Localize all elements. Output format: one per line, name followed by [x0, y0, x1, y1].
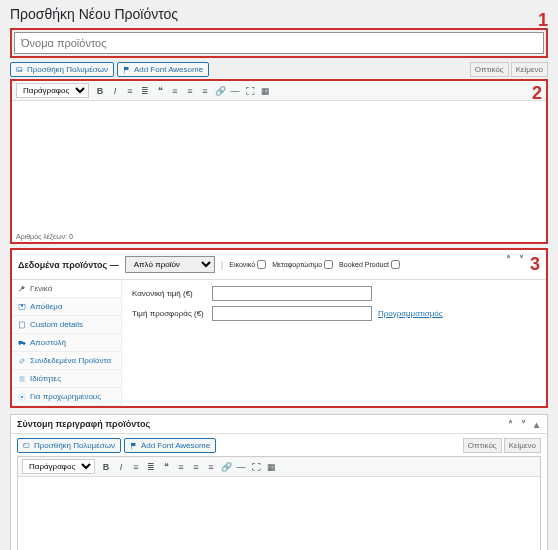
align-center-icon[interactable]: ≡ — [189, 460, 203, 474]
toolbar-toggle-icon[interactable]: ▦ — [264, 460, 278, 474]
svg-point-5 — [23, 343, 25, 345]
sale-price-label: Τιμή προσφοράς (€) — [132, 309, 212, 318]
regular-price-label: Κανονική τιμή (€) — [132, 289, 212, 298]
add-font-label: Add Font Awesome — [134, 65, 203, 74]
caret-down-icon[interactable]: ˅ — [518, 419, 528, 429]
pd-tab-advanced[interactable]: Για προχωρημένους — [12, 388, 121, 406]
italic-icon[interactable]: I — [108, 84, 122, 98]
marker-1: 1 — [538, 10, 548, 31]
svg-rect-7 — [24, 443, 30, 447]
pd-tab-attributes[interactable]: Ιδιότητες — [12, 370, 121, 388]
product-data-label: Δεδομένα προϊόντος — — [18, 260, 119, 270]
marker-3: 3 — [530, 254, 540, 275]
product-type-select[interactable]: Απλό προϊόν — [125, 256, 215, 273]
link-icon[interactable]: 🔗 — [219, 460, 233, 474]
toolbar-toggle-icon[interactable]: ▦ — [258, 84, 272, 98]
svg-rect-3 — [20, 322, 25, 328]
word-count: Αριθμός λέξεων: 0 — [12, 231, 546, 242]
gear-icon — [18, 393, 26, 401]
tab-text-2[interactable]: Κείμενο — [504, 438, 541, 453]
more-icon[interactable]: — — [234, 460, 248, 474]
wrench-icon — [18, 285, 26, 293]
marker-2: 2 — [532, 83, 542, 104]
align-right-icon[interactable]: ≡ — [198, 84, 212, 98]
bold-icon[interactable]: B — [93, 84, 107, 98]
list-icon — [18, 375, 26, 383]
media-icon — [16, 66, 24, 74]
editor-content[interactable] — [12, 101, 546, 231]
svg-point-4 — [19, 343, 21, 345]
tab-visual[interactable]: Οπτικός — [470, 62, 509, 77]
toggle-icon[interactable]: ▴ — [531, 419, 541, 429]
ul-icon[interactable]: ≡ — [129, 460, 143, 474]
media-icon — [23, 442, 31, 450]
align-right-icon[interactable]: ≡ — [204, 460, 218, 474]
inventory-icon — [18, 303, 26, 311]
link-icon[interactable]: 🔗 — [213, 84, 227, 98]
tab-text[interactable]: Κείμενο — [511, 62, 548, 77]
svg-point-1 — [18, 68, 19, 69]
flag-icon — [123, 66, 131, 74]
fullscreen-icon[interactable]: ⛶ — [243, 84, 257, 98]
add-media-button[interactable]: Προσθήκη Πολυμέσων — [10, 62, 114, 77]
note-icon — [18, 321, 26, 329]
italic-icon[interactable]: I — [114, 460, 128, 474]
separator: | — [221, 260, 224, 270]
booked-check[interactable]: Booked Product — [339, 260, 400, 269]
sale-price-input[interactable] — [212, 306, 372, 321]
paragraph-select[interactable]: Παράγραφος — [16, 83, 89, 98]
quote-icon[interactable]: ❝ — [159, 460, 173, 474]
short-desc-title: Σύντομη περιγραφή προϊόντος — [17, 419, 150, 429]
pd-tab-general[interactable]: Γενικά — [12, 280, 121, 298]
ul-icon[interactable]: ≡ — [123, 84, 137, 98]
schedule-link[interactable]: Προγραμματισμός — [378, 309, 443, 318]
caret-up-icon[interactable]: ˄ — [504, 254, 514, 264]
bold-icon[interactable]: B — [99, 460, 113, 474]
caret-up-icon[interactable]: ˄ — [505, 419, 515, 429]
quote-icon[interactable]: ❝ — [153, 84, 167, 98]
pd-tab-linked[interactable]: Συνδεδεμένα Προϊόντα — [12, 352, 121, 370]
downloadable-check[interactable]: Μεταφορτώσιμο — [272, 260, 333, 269]
editor-toolbar: Παράγραφος B I ≡ ≣ ❝ ≡ ≡ ≡ 🔗 — ⛶ ▦ — [12, 81, 546, 101]
svg-point-6 — [21, 396, 23, 398]
add-font-button-2[interactable]: Add Font Awesome — [124, 438, 216, 453]
caret-down-icon[interactable]: ˅ — [517, 254, 527, 264]
virtual-check[interactable]: Εικονικό — [229, 260, 266, 269]
pd-tab-inventory[interactable]: Απόθεμα — [12, 298, 121, 316]
paragraph-select-2[interactable]: Παράγραφος — [22, 459, 95, 474]
ol-icon[interactable]: ≣ — [144, 460, 158, 474]
add-media-label: Προσθήκη Πολυμέσων — [27, 65, 108, 74]
pd-tab-custom[interactable]: Custom details — [12, 316, 121, 334]
align-left-icon[interactable]: ≡ — [168, 84, 182, 98]
pd-tab-shipping[interactable]: Αποστολή — [12, 334, 121, 352]
ol-icon[interactable]: ≣ — [138, 84, 152, 98]
flag-icon — [130, 442, 138, 450]
add-font-button[interactable]: Add Font Awesome — [117, 62, 209, 77]
product-title-input[interactable] — [14, 32, 544, 54]
add-media-button-2[interactable]: Προσθήκη Πολυμέσων — [17, 438, 121, 453]
tab-visual-2[interactable]: Οπτικός — [463, 438, 502, 453]
truck-icon — [18, 339, 26, 347]
page-title: Προσθήκη Νέου Προϊόντος — [10, 6, 548, 22]
align-left-icon[interactable]: ≡ — [174, 460, 188, 474]
regular-price-input[interactable] — [212, 286, 372, 301]
align-center-icon[interactable]: ≡ — [183, 84, 197, 98]
svg-point-8 — [25, 444, 26, 445]
link-icon — [18, 357, 26, 365]
more-icon[interactable]: — — [228, 84, 242, 98]
short-desc-content[interactable] — [18, 477, 540, 550]
fullscreen-icon[interactable]: ⛶ — [249, 460, 263, 474]
